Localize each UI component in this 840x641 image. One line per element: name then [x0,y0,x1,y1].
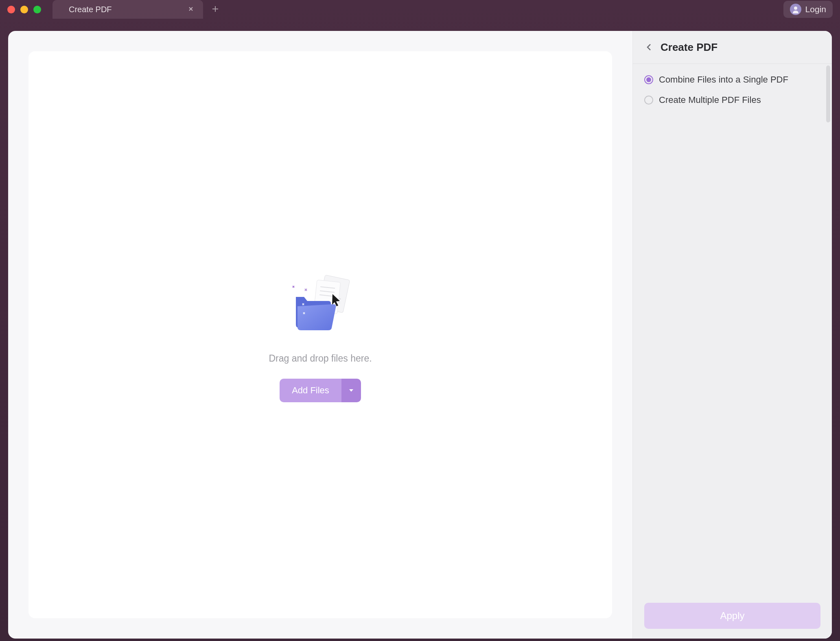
content-area: Aa [8,31,632,639]
sidebar-right: Create PDF Combine Files into a Single P… [632,31,832,639]
sidebar-footer: Apply [633,593,832,639]
folder-illustration: Aa [280,268,361,341]
login-button[interactable]: Login [783,1,833,18]
window-minimize-button[interactable] [20,6,28,13]
tabs-area: Create PDF [52,0,228,19]
radio-icon [644,96,653,105]
tab-create-pdf[interactable]: Create PDF [52,0,203,19]
caret-down-icon [349,388,354,392]
radio-label: Create Multiple PDF Files [659,95,761,105]
avatar-icon [790,4,801,15]
close-icon [188,6,194,12]
back-button[interactable] [644,41,654,54]
add-files-dropdown-button[interactable] [341,379,361,402]
svg-point-0 [794,7,797,10]
login-label: Login [805,4,826,14]
apply-button[interactable]: Apply [644,603,820,629]
plus-icon [211,5,219,13]
add-files-button[interactable]: Add Files [280,379,341,402]
window-maximize-button[interactable] [33,6,41,13]
window-controls [7,6,41,13]
new-tab-button[interactable] [203,3,228,16]
options-area: Combine Files into a Single PDF Create M… [633,64,832,593]
radio-label: Combine Files into a Single PDF [659,74,788,85]
add-files-group: Add Files [280,379,361,402]
chevron-left-icon [646,42,652,52]
drop-zone[interactable]: Aa [28,51,612,618]
drop-text: Drag and drop files here. [269,353,372,364]
sidebar-title: Create PDF [661,41,718,54]
tab-close-button[interactable] [186,2,196,16]
titlebar: Create PDF Login [0,0,840,19]
window-close-button[interactable] [7,6,15,13]
radio-option-combine[interactable]: Combine Files into a Single PDF [644,74,820,85]
header-right: Login [783,1,833,18]
tab-label: Create PDF [69,5,112,14]
scrollbar-thumb[interactable] [826,65,830,122]
radio-option-multiple[interactable]: Create Multiple PDF Files [644,95,820,105]
main-window: Aa [8,31,832,639]
radio-icon [644,75,653,84]
sidebar-header: Create PDF [633,31,832,64]
